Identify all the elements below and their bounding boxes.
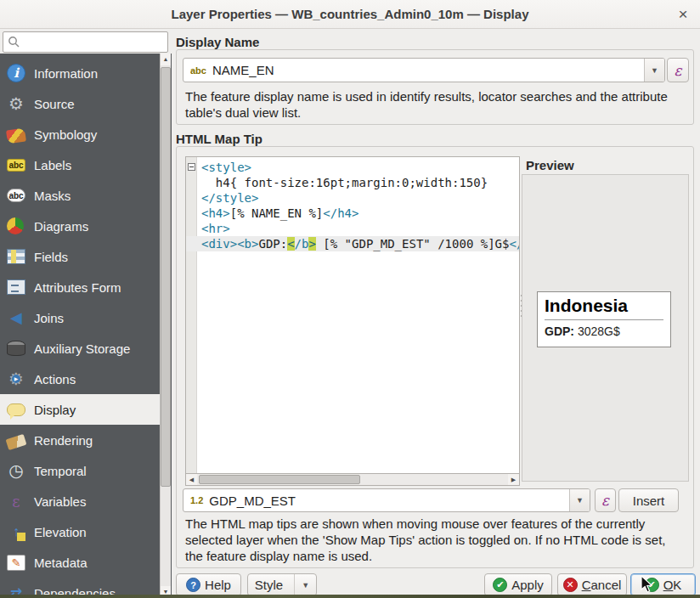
scrollbar-thumb[interactable] (161, 67, 171, 487)
sidebar-item-source[interactable]: ⚙Source (0, 88, 160, 119)
sidebar-item-metadata[interactable]: ✎Metadata (0, 547, 160, 578)
sidebar-item-attributes-form[interactable]: Attributes Form (0, 272, 160, 302)
display-name-value: NAME_EN (212, 63, 274, 77)
scroll-left-icon[interactable]: ◀ (186, 474, 197, 485)
number-field-type-icon: 1.2 (190, 495, 203, 505)
hscrollbar-thumb[interactable] (199, 475, 360, 484)
fold-margin (186, 157, 197, 473)
editor-hscrollbar[interactable]: ◀ ▶ (185, 474, 520, 486)
sidebar-item-label: Attributes Form (34, 280, 121, 295)
search-icon (8, 36, 20, 48)
text-field-type-icon: abc (190, 65, 206, 76)
code-lines: <style> h4{ font-size:16pt;margin:0;widt… (198, 160, 519, 251)
masks-icon: abc (7, 189, 25, 202)
labels-icon: abc (7, 159, 25, 172)
sidebar-item-symbology[interactable]: Symbology (0, 119, 160, 150)
code-line: h4{ font-size:16pt;margin:0;width:150} (198, 175, 519, 190)
actions-icon: ⚙ (7, 370, 25, 388)
map-tip-code-editor[interactable]: <style> h4{ font-size:16pt;margin:0;widt… (185, 156, 520, 474)
metadata-icon: ✎ (7, 555, 25, 571)
display-icon (7, 403, 25, 416)
sidebar-item-diagrams[interactable]: Diagrams (0, 211, 160, 241)
sidebar-item-actions[interactable]: ⚙Actions (0, 364, 160, 394)
sidebar-item-label: Metadata (34, 556, 88, 570)
code-line: </style> (198, 190, 519, 206)
sidebar-item-temporal[interactable]: ◷Temporal (0, 455, 160, 486)
scroll-up-icon[interactable]: ▲ (161, 54, 171, 65)
help-button-label: Help (205, 578, 231, 592)
code-line: <h4>[% NAME_EN %]</h4> (198, 206, 519, 221)
insert-button[interactable]: Insert (618, 488, 679, 512)
sidebar-list: iInformation⚙SourceSymbologyabcLabelsabc… (0, 58, 160, 598)
sidebar-scrollbar[interactable]: ▲ ▼ (160, 54, 171, 598)
sidebar-item-auxiliary-storage[interactable]: Auxiliary Storage (0, 333, 160, 364)
sidebar-item-display[interactable]: Display (0, 394, 160, 425)
sidebar-item-label: Joins (34, 311, 64, 325)
titlebar[interactable]: Layer Properties — WB_countries_Admin0_1… (0, 0, 700, 29)
sidebar-item-variables[interactable]: εVariables (0, 486, 160, 516)
dialog-title: Layer Properties — WB_countries_Admin0_1… (172, 7, 529, 21)
diagrams-icon (7, 217, 24, 234)
chevron-down-icon[interactable]: ▼ (569, 489, 590, 511)
fold-marker-icon[interactable] (188, 163, 195, 171)
sidebar-item-label: Actions (34, 372, 76, 386)
help-icon: ? (186, 578, 200, 592)
field-combo[interactable]: 1.2 GDP_MD_EST ▼ (183, 488, 590, 512)
elevation-icon: ↑ (7, 522, 25, 541)
variables-icon: ε (7, 492, 25, 511)
sidebar-item-label: Symbology (34, 127, 97, 142)
close-icon[interactable]: × (675, 6, 692, 23)
auxiliary-storage-icon (7, 341, 25, 356)
display-name-combo[interactable]: abc NAME_EN ▼ (183, 58, 665, 82)
sidebar-item-label: Labels (34, 158, 71, 172)
help-button[interactable]: ? Help (176, 573, 241, 596)
code-line: <style> (198, 160, 519, 175)
sidebar-item-label: Rendering (34, 433, 93, 448)
map-tip-description: The HTML map tips are shown when moving … (185, 516, 666, 564)
preview-gdp-line: GDP: 3028G$ (545, 324, 663, 338)
expression-button[interactable]: ε (595, 488, 616, 512)
rendering-icon (6, 433, 27, 449)
sidebar-item-label: Auxiliary Storage (34, 341, 130, 356)
expression-button[interactable]: ε (667, 58, 689, 82)
sidebar-item-information[interactable]: iInformation (0, 58, 160, 88)
display-name-group-title: Display Name (176, 35, 259, 49)
apply-button[interactable]: ✔ Apply (484, 573, 552, 596)
preview-divider (545, 319, 663, 320)
map-canvas-edge (0, 595, 700, 598)
sidebar-item-rendering[interactable]: Rendering (0, 425, 160, 455)
preview-gdp-label: GDP: (545, 324, 574, 338)
sidebar-item-label: Variables (34, 494, 86, 509)
sidebar-item-fields[interactable]: Fields (0, 241, 160, 272)
sidebar-item-label: Temporal (34, 464, 87, 478)
sidebar-item-masks[interactable]: abcMasks (0, 180, 160, 211)
layer-properties-dialog: Layer Properties — WB_countries_Admin0_1… (0, 0, 700, 598)
search-input[interactable] (3, 31, 168, 53)
source-icon: ⚙ (7, 94, 25, 113)
sidebar-item-joins[interactable]: ◀Joins (0, 302, 160, 333)
sidebar-item-labels[interactable]: abcLabels (0, 150, 160, 180)
display-name-description: The feature display name is used in iden… (185, 88, 688, 121)
sidebar-item-elevation[interactable]: ↑Elevation (0, 516, 160, 547)
chevron-down-icon[interactable]: ▼ (294, 574, 309, 595)
fields-icon (7, 249, 25, 264)
map-tip-group: <style> h4{ font-size:16pt;margin:0;widt… (176, 146, 694, 568)
ok-button-label: OK (663, 578, 682, 592)
sidebar: iInformation⚙SourceSymbologyabcLabelsabc… (0, 54, 172, 598)
scroll-right-icon[interactable]: ▶ (508, 474, 519, 485)
sidebar-item-label: Elevation (34, 525, 87, 539)
cancel-button-label: Cancel (582, 578, 622, 592)
chevron-down-icon[interactable]: ▼ (644, 59, 664, 82)
apply-button-label: Apply (511, 578, 544, 592)
attributes-form-icon (7, 279, 25, 295)
sidebar-item-label: Source (34, 97, 75, 111)
sidebar-item-label: Masks (34, 189, 71, 203)
apply-check-icon: ✔ (493, 578, 507, 592)
sidebar-item-label: Fields (34, 250, 68, 264)
joins-icon: ◀ (7, 308, 25, 327)
code-line: <hr> (198, 221, 519, 236)
cancel-button[interactable]: ✕ Cancel (557, 573, 627, 596)
symbology-icon (6, 127, 26, 144)
style-button[interactable]: Style ▼ (247, 573, 317, 596)
map-tip-preview-card: Indonesia GDP: 3028G$ (537, 291, 671, 347)
